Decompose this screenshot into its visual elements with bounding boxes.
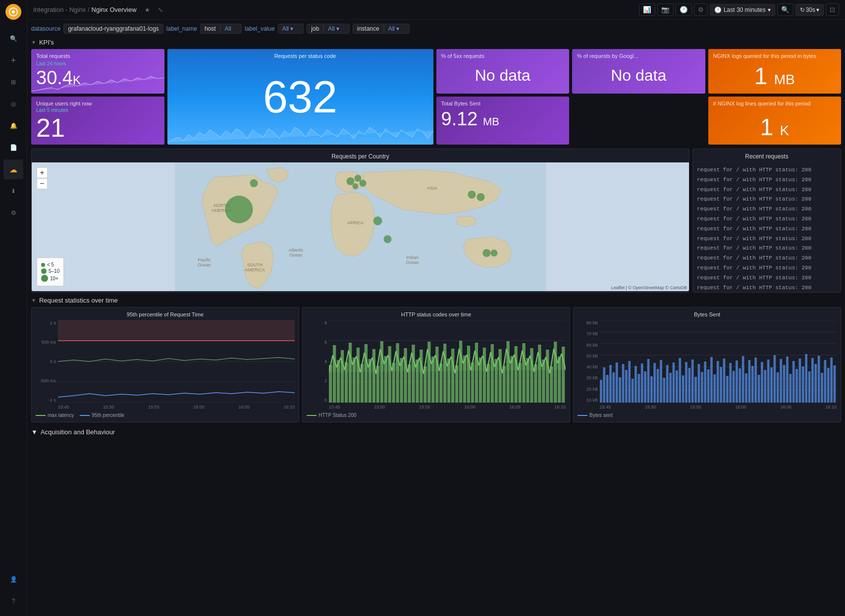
sidebar-item-configuration[interactable]: ⚙: [3, 203, 23, 223]
svg-rect-116: [628, 361, 631, 403]
kpi-section-header[interactable]: ▼ KPI's: [31, 39, 841, 46]
chart-bytes-sent-area: 80 kB 70 kB 60 kB 50 kB 40 kB 30 kB 20 k…: [578, 320, 837, 410]
svg-rect-146: [723, 359, 726, 403]
zoom-btn[interactable]: 🔍: [777, 3, 793, 16]
acquisition-section-header[interactable]: ▼ Acquisition and Behaviour: [31, 428, 841, 436]
filter-labelname-label[interactable]: label_name: [166, 25, 197, 32]
settings-btn[interactable]: ⚙: [694, 3, 708, 16]
kpi-requests-per-status[interactable]: Requests per status code 632: [167, 49, 433, 145]
filter-datasource-label[interactable]: datasource: [31, 25, 60, 32]
sidebar-item-reports[interactable]: 📄: [3, 138, 23, 157]
chart-request-time-x-axis: 15:4515:5015:5516:0016:0516:10: [58, 405, 295, 410]
svg-rect-112: [616, 362, 618, 403]
sidebar-item-dashboards[interactable]: ⊞: [3, 72, 23, 92]
sidebar-item-user[interactable]: 👤: [3, 569, 23, 589]
svg-rect-119: [637, 374, 640, 403]
chart-request-time-legend: max latency 95th percentile: [36, 412, 295, 418]
map-zoom-in[interactable]: +: [37, 167, 48, 178]
sidebar-item-explore[interactable]: ◎: [3, 94, 23, 114]
svg-rect-178: [824, 360, 827, 403]
kpi-unique-users[interactable]: Unique users right now Last 5 minutes 21: [31, 97, 164, 145]
refresh-control[interactable]: ↻ 30s ▾: [795, 4, 824, 16]
breadcrumb-separator: /: [88, 6, 89, 13]
svg-rect-177: [821, 373, 823, 403]
sidebar-item-help[interactable]: ?: [3, 591, 23, 611]
sidebar-item-alerting[interactable]: 🔔: [3, 116, 23, 136]
svg-rect-141: [707, 369, 710, 403]
topbar: Integration - Nginx / Nginx Overview ★ ⤡…: [27, 0, 845, 20]
refresh-icon: ↻: [800, 6, 805, 13]
kpi-pct-5xx[interactable]: % of 5xx requests No data: [436, 49, 570, 94]
svg-rect-152: [742, 356, 744, 403]
kpi-pct-google[interactable]: % of requests by Googl... No data: [572, 49, 705, 94]
kpi-nginx-logs-bytes[interactable]: NGINX logs queried for this period in by…: [708, 49, 842, 94]
kpi-pct-google-value: No data: [577, 66, 700, 85]
log-entry: request for / with HTTP status: 200: [697, 175, 837, 185]
topbar-icons: ★ ⤡: [143, 4, 165, 15]
log-entry: request for / with HTTP status: 200: [697, 283, 837, 292]
sidebar-item-search[interactable]: 🔍: [3, 29, 23, 49]
sidebar-item-plugins[interactable]: ⬇: [3, 181, 23, 201]
filter-job-select[interactable]: All ▾: [323, 24, 350, 34]
kpi-total-bytes-title: Total Bytes Sent: [441, 101, 565, 106]
map-zoom-controls: + −: [37, 167, 48, 189]
svg-rect-50: [372, 349, 375, 403]
map-zoom-out[interactable]: −: [37, 178, 48, 189]
svg-rect-107: [600, 380, 602, 403]
request-stats-section-header[interactable]: ▼ Request statistics over time: [31, 297, 841, 304]
svg-rect-113: [619, 377, 621, 403]
filter-labelvalue-label[interactable]: label_value: [245, 25, 275, 32]
svg-rect-114: [622, 364, 625, 403]
star-icon[interactable]: ★: [143, 4, 152, 15]
kpi-total-requests[interactable]: Total requests Last 24 hours 30.4K: [31, 49, 164, 94]
kpi-requests-per-status-value: 632: [263, 75, 337, 119]
svg-rect-165: [783, 365, 786, 403]
filter-bar: datasource grafanacloud-ryanggrafana01-l…: [31, 24, 841, 34]
kpi-unique-users-title: Unique users right now: [36, 101, 159, 106]
sidebar-item-cloud[interactable]: ☁: [3, 159, 23, 179]
svg-rect-139: [701, 372, 703, 403]
svg-rect-135: [688, 368, 690, 403]
filter-labelval-select[interactable]: All ▾: [278, 24, 304, 34]
y-label: 0 s: [36, 359, 56, 364]
chart-bytes-sent-inner: [600, 320, 837, 403]
expand-btn[interactable]: ⊡: [826, 3, 839, 16]
request-stats-title: Request statistics over time: [39, 297, 118, 304]
svg-text:Ocean: Ocean: [406, 260, 419, 265]
filter-instance-select[interactable]: All ▾: [384, 24, 410, 34]
camera-btn[interactable]: 📷: [657, 3, 674, 16]
legend-http200: HTTP Status 200: [307, 412, 357, 418]
kpi-total-bytes[interactable]: Total Bytes Sent 9.12 MB: [436, 97, 570, 145]
svg-rect-150: [736, 360, 738, 403]
svg-point-16: [250, 179, 258, 187]
time-range-picker[interactable]: 🕐 Last 30 minutes ▾: [710, 4, 775, 16]
sidebar: 🔍 + ⊞ ◎ 🔔 📄 ☁ ⬇ ⚙ 👤 ?: [0, 0, 27, 616]
log-entry: request for / with HTTP status: 200: [697, 165, 837, 175]
kpi-combined: Total requests Last 24 hours 30.4K Reque…: [31, 49, 841, 145]
svg-rect-148: [729, 363, 732, 403]
sidebar-item-add[interactable]: +: [3, 51, 23, 70]
kpi-pct-5xx-title: % of 5xx requests: [441, 53, 565, 59]
filter-host-select[interactable]: All: [220, 24, 242, 34]
chart-type-btn[interactable]: 📊: [639, 3, 655, 16]
clock-btn[interactable]: 🕐: [676, 3, 692, 16]
chart-http-status-area: 8 6 4 2 0: [307, 320, 566, 410]
acquisition-title: Acquisition and Behaviour: [41, 428, 115, 436]
log-entries: request for / with HTTP status: 200reque…: [693, 162, 841, 292]
filter-host-item: host All: [200, 24, 242, 34]
kpi-nginx-log-lines[interactable]: # NGINX log lines queried for this perio…: [708, 97, 842, 145]
filter-host-tag: host: [200, 24, 220, 34]
charts-row: 95th percentile of Request Time 1 s 500 …: [31, 307, 841, 422]
breadcrumb-integration[interactable]: Integration - Nginx: [33, 6, 86, 13]
kpi-unique-users-value: 21: [36, 115, 159, 141]
chart-bytes-sent-legend: Bytes sent: [578, 412, 837, 418]
svg-text:ASIA: ASIA: [427, 186, 437, 191]
log-entry: request for / with HTTP status: 200: [697, 234, 837, 244]
svg-rect-172: [805, 354, 807, 403]
svg-rect-153: [745, 373, 747, 403]
svg-rect-166: [786, 357, 789, 403]
share-icon[interactable]: ⤡: [156, 4, 165, 15]
app-logo[interactable]: [5, 4, 21, 20]
map-container[interactable]: + −: [32, 162, 689, 291]
filter-datasource-value[interactable]: grafanacloud-ryanggrafana01-logs: [63, 24, 163, 34]
